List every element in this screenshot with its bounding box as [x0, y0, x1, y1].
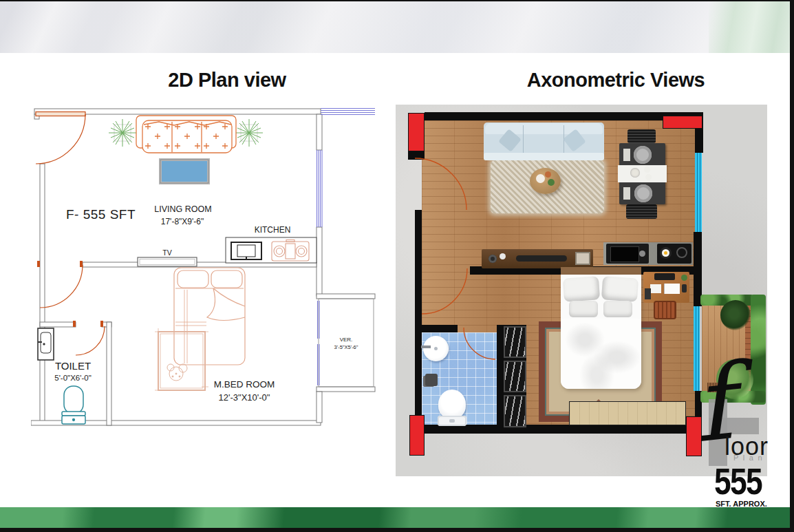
green-footer-band: [0, 507, 790, 528]
bedroom-dims: 12'-3"X10'-0": [219, 392, 270, 403]
basin-symbol: [38, 328, 54, 360]
kitchen-label: KITCHEN: [255, 225, 291, 235]
sofa-symbol: [136, 116, 236, 153]
toilet-label: TOILET: [55, 360, 91, 372]
toilet-symbol: [62, 386, 85, 424]
bottom-border: [0, 528, 794, 532]
living-room-dims: 17'-8"X9'-6": [161, 217, 204, 226]
toilet-dims: 5'-0"X6'-0": [54, 374, 91, 382]
marble-header-band: [0, 1, 790, 53]
tv-symbol: [138, 257, 197, 266]
bed-symbol: [174, 268, 245, 365]
verandah-dims: 3'-5"X5'-6": [334, 344, 358, 350]
logo-area-value: 555: [714, 462, 762, 500]
bedroom-label: M.BED ROOM: [214, 379, 275, 390]
right-border: [790, 0, 794, 532]
left-title: 2D Plan view: [100, 69, 354, 92]
verandah-label: VER.: [340, 337, 353, 343]
verandah-outline: [319, 299, 374, 387]
living-room-label: LIVING ROOM: [154, 204, 211, 214]
marble-header-green-accent: [709, 1, 790, 53]
tv-label: TV: [162, 248, 171, 257]
kitchen-symbols: [226, 237, 316, 263]
2d-floor-plan: F- 555 SFT LIVING ROOM 17'-8"X9'-6" KITC…: [31, 103, 382, 430]
right-title: Axonometric Views: [485, 69, 747, 92]
coffee-table-symbol: [160, 160, 208, 183]
plan-area-label: F- 555 SFT: [66, 207, 136, 222]
logo-area-unit: SFT. APPROX.: [716, 500, 767, 508]
door-swings: [36, 112, 105, 356]
